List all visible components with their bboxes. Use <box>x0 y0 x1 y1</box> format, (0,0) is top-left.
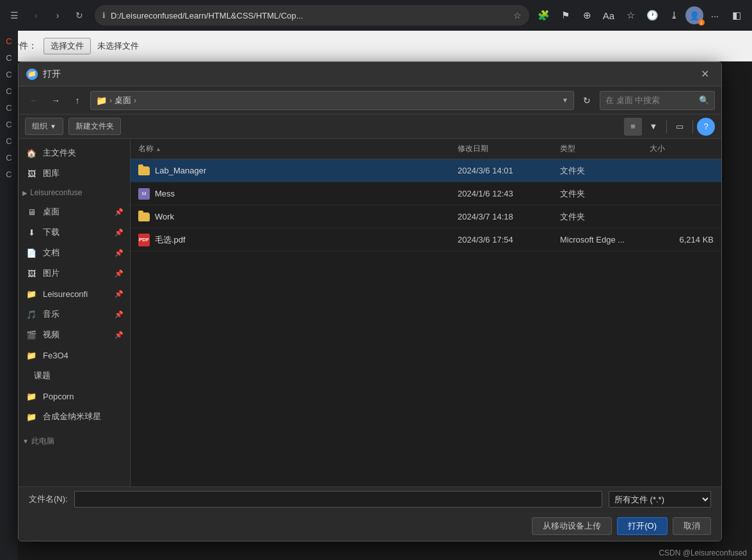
nav-item-documents[interactable]: 📄 文档 📌 <box>19 243 130 263</box>
no-file-text: 未选择文件 <box>97 40 139 52</box>
nav-item-fe3o4[interactable]: 📁 Fe3O4 <box>19 345 130 365</box>
nav-item-task[interactable]: 课题 <box>19 365 130 386</box>
nav-item-pictures[interactable]: 🖼 图片 📌 <box>19 263 130 284</box>
dialog-content: 🏠 主文件夹 🖼 图库 ▶ Leisureconfuse 🖥 桌面 📌 ⬇ <box>19 139 721 486</box>
browser-back-icon[interactable]: ‹ <box>27 6 45 24</box>
col-type-text: 类型 <box>560 143 575 154</box>
pdf-icon: PDF <box>138 234 150 246</box>
table-row[interactable]: Work 2024/3/7 14:18 文件夹 <box>131 205 721 228</box>
col-type-header[interactable]: 类型 <box>560 143 650 154</box>
path-refresh-button[interactable]: ↻ <box>578 92 596 109</box>
left-panel-icon-7[interactable]: C <box>1 150 17 165</box>
reader-icon[interactable]: Aa <box>598 5 619 26</box>
mess-folder-icon: M <box>138 188 150 200</box>
search-bar: 🔍 <box>600 91 715 110</box>
dialog-buttons-row: 从移动设备上传 打开(O) 取消 <box>19 511 721 541</box>
left-panel-icon-8[interactable]: C <box>1 166 17 182</box>
favorite-icon[interactable]: ☆ <box>620 5 641 26</box>
dialog-nav: 🏠 主文件夹 🖼 图库 ▶ Leisureconfuse 🖥 桌面 📌 ⬇ <box>19 139 131 486</box>
nav-item-gallery[interactable]: 🖼 图库 <box>19 163 130 184</box>
left-panel-icon-6[interactable]: C <box>1 133 17 148</box>
file-type-cell: Microsoft Edge ... <box>560 235 650 244</box>
pin-icon-music: 📌 <box>115 310 124 319</box>
browser-nav-icons: ☰ ‹ › ↻ <box>5 6 88 24</box>
view-list-button[interactable]: ≡ <box>624 118 642 136</box>
dialog-close-button[interactable]: ✕ <box>696 65 714 83</box>
organize-button[interactable]: 组织 ▼ <box>25 118 63 135</box>
nav-back-button[interactable]: ← <box>25 92 43 109</box>
view-preview-button[interactable]: ▭ <box>671 118 689 136</box>
browser-right-icons: 🧩 ⚑ ⊕ Aa ☆ 🕐 ⤓ 👤 1 ··· ◧ <box>533 5 747 26</box>
upload-from-device-button[interactable]: 从移动设备上传 <box>532 517 612 535</box>
nav-item-music[interactable]: 🎵 音乐 📌 <box>19 304 130 324</box>
dialog-title-text: 打开 <box>43 68 696 80</box>
nanostar-icon: 📁 <box>25 410 38 423</box>
nav-item-popcorn[interactable]: 📁 Popcorn <box>19 386 130 406</box>
browser-profile[interactable]: 👤 1 <box>685 6 703 24</box>
folder-yellow-icon <box>138 212 150 221</box>
browser-forward-icon[interactable]: › <box>49 6 67 24</box>
left-panel-home[interactable]: C <box>1 33 17 49</box>
nav-item-home-folder[interactable]: 🏠 主文件夹 <box>19 143 130 163</box>
open-button[interactable]: 打开(O) <box>617 517 668 535</box>
table-row[interactable]: Lab_Manager 2024/3/6 14:01 文件夹 <box>131 159 721 182</box>
dialog-title-icon: 📁 <box>26 68 38 80</box>
col-name-header[interactable]: 名称 ▲ <box>138 143 458 154</box>
nav-item-nanostar[interactable]: 📁 合成金纳米球星 <box>19 406 130 427</box>
pictures-icon: 🖼 <box>25 267 38 280</box>
col-size-header[interactable]: 大小 <box>650 143 714 154</box>
collection-icon[interactable]: ⊕ <box>577 5 597 26</box>
file-name-cell: M Mess <box>138 188 458 200</box>
left-panel-icon-5[interactable]: C <box>1 116 17 132</box>
nav-forward-button[interactable]: → <box>47 92 65 109</box>
filename-input[interactable] <box>74 491 602 508</box>
col-date-header[interactable]: 修改日期 <box>458 143 560 154</box>
sidebar-icon[interactable]: ◧ <box>726 5 747 26</box>
address-bar[interactable]: ℹ D:/Leisureconfused/Learn/HTML&CSS/HTML… <box>95 5 529 26</box>
download-icon[interactable]: ⤓ <box>664 5 684 26</box>
extensions-icon[interactable]: 🧩 <box>533 5 554 26</box>
nav-item-downloads[interactable]: ⬇ 下载 📌 <box>19 222 130 243</box>
nav-item-leisureconfi[interactable]: 📁 Leisureconfi 📌 <box>19 284 130 304</box>
left-panel-icon-1[interactable]: C <box>1 50 17 65</box>
search-input[interactable] <box>605 95 695 105</box>
file-rows-container: Lab_Manager 2024/3/6 14:01 文件夹 M Mess 20… <box>131 159 721 252</box>
organize-arrow-icon: ▼ <box>50 123 56 130</box>
pin-icon-documents: 📌 <box>115 249 124 257</box>
cancel-button[interactable]: 取消 <box>673 517 711 535</box>
path-bar[interactable]: 📁 › 桌面 › ▼ <box>90 91 574 110</box>
browser-reload-icon[interactable]: ↻ <box>70 6 88 24</box>
left-panel-icon-3[interactable]: C <box>1 83 17 99</box>
filetype-select[interactable]: 所有文件 (*.*) <box>609 491 711 508</box>
view-controls: ≡ ▼ ▭ ? <box>624 118 715 136</box>
filename-label: 文件名(N): <box>29 493 68 505</box>
choose-file-button[interactable]: 选择文件 <box>44 38 91 54</box>
nav-fe3o4-label: Fe3O4 <box>43 351 68 360</box>
file-type-cell: 文件夹 <box>560 211 650 223</box>
nav-up-button[interactable]: ↑ <box>68 92 86 109</box>
fe3o4-icon: 📁 <box>25 349 38 362</box>
file-name-text: 毛选.pdf <box>155 234 186 246</box>
help-button[interactable]: ? <box>697 118 715 136</box>
left-panel-icon-4[interactable]: C <box>1 100 17 115</box>
table-row[interactable]: M Mess 2024/1/6 12:43 文件夹 <box>131 182 721 205</box>
nav-item-videos[interactable]: 🎬 视频 📌 <box>19 324 130 345</box>
new-folder-button[interactable]: 新建文件夹 <box>68 118 121 135</box>
desktop-icon: 🖥 <box>25 205 38 218</box>
left-panel-icon-2[interactable]: C <box>1 67 17 82</box>
table-row[interactable]: PDF 毛选.pdf 2024/3/6 17:54 Microsoft Edge… <box>131 228 721 252</box>
browser-menu-icon[interactable]: ☰ <box>5 6 23 24</box>
more-icon[interactable]: ··· <box>705 5 725 26</box>
url-text: D:/Leisureconfused/Learn/HTML&CSS/HTML/C… <box>111 11 508 20</box>
nav-nanostar-label: 合成金纳米球星 <box>43 411 101 422</box>
file-type-cell: 文件夹 <box>560 165 650 177</box>
nav-group-thispc: ▼ 此电脑 <box>19 432 130 450</box>
path-dropdown-icon[interactable]: ▼ <box>562 97 568 104</box>
bookmark-icon[interactable]: ⚑ <box>555 5 575 26</box>
view-dropdown-button[interactable]: ▼ <box>644 118 662 136</box>
file-name-text: Work <box>155 212 174 221</box>
nav-item-desktop[interactable]: 🖥 桌面 📌 <box>19 202 130 222</box>
dialog-titlebar: 📁 打开 ✕ <box>19 62 721 86</box>
history-icon[interactable]: 🕐 <box>642 5 662 26</box>
nav-videos-label: 视频 <box>43 329 60 340</box>
